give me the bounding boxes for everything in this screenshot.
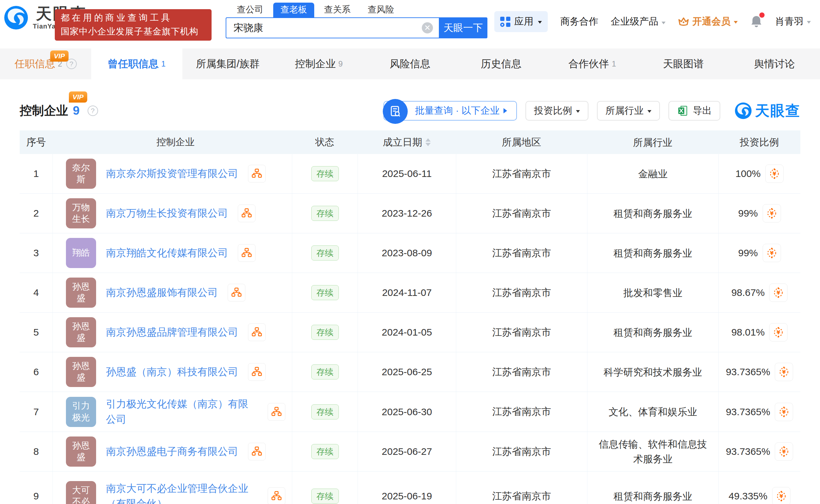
region: 江苏省南京市: [456, 233, 587, 273]
profile-tab[interactable]: 所属集团/族群: [182, 48, 274, 79]
equity-structure-icon[interactable]: [248, 323, 266, 341]
profile-tab[interactable]: 历史信息: [456, 48, 547, 79]
company-link[interactable]: 南京翔皓文化传媒有限公司: [106, 245, 228, 261]
company-link[interactable]: 南京孙恩盛服饰有限公司: [106, 285, 218, 300]
svg-text:¥: ¥: [777, 329, 780, 336]
svg-text:¥: ¥: [782, 409, 786, 415]
investment-path-icon[interactable]: ¥: [769, 283, 788, 302]
profile-tab[interactable]: 舆情讨论: [729, 48, 820, 79]
company-avatar: 万物 生长: [66, 198, 96, 228]
profile-tab[interactable]: 控制企业 9: [273, 48, 364, 79]
search-button[interactable]: 天眼一下: [439, 17, 487, 38]
export-button[interactable]: 导出: [669, 101, 720, 121]
row-index: 5: [20, 313, 52, 352]
equity-structure-icon[interactable]: [248, 443, 266, 460]
company-cell: 翔皓 南京翔皓文化传媒有限公司: [52, 233, 292, 273]
company-link[interactable]: 南京奈尔斯投资管理有限公司: [106, 166, 238, 182]
investment-path-icon[interactable]: ¥: [763, 204, 781, 223]
investment-path-icon[interactable]: ¥: [775, 442, 793, 461]
investment-path-icon[interactable]: ¥: [763, 244, 781, 262]
profile-tab[interactable]: 风险信息: [364, 48, 456, 79]
chevron-down-icon: [734, 21, 738, 26]
ratio-value: 49.335%: [729, 491, 767, 502]
slogan-line1: 都在用的商业查询工具: [61, 11, 206, 25]
company-cell: 奈尔 斯 南京奈尔斯投资管理有限公司: [52, 154, 292, 193]
status-badge: 存续: [311, 285, 339, 300]
table-row: 6 孙恩 盛 孙恩盛（南京）科技有限公司 存续 2025-06-25 江苏省南京…: [20, 352, 800, 392]
equity-structure-icon[interactable]: [238, 244, 256, 262]
industry: 租赁和商务服务业: [587, 313, 718, 352]
equity-structure-icon[interactable]: [248, 363, 266, 381]
company-link[interactable]: 引力极光文化传媒（南京）有限公司: [106, 397, 258, 427]
ratio-value: 93.7365%: [726, 366, 770, 378]
table-row: 8 孙恩 盛 南京孙恩盛电子商务有限公司 存续 2025-06-27 江苏省南京…: [20, 432, 800, 472]
chevron-down-icon: [648, 110, 652, 115]
search-input[interactable]: [226, 17, 439, 38]
enterprise-products-link[interactable]: 企业级产品: [611, 15, 666, 28]
clear-search-icon[interactable]: ✕: [422, 22, 433, 33]
company-avatar: 大可 不必: [66, 481, 96, 504]
slogan-line2: 国家中小企业发展子基金旗下机构: [61, 25, 206, 39]
profile-tab[interactable]: 曾任职信息 1: [91, 48, 182, 79]
company-link[interactable]: 南京万物生长投资有限公司: [106, 206, 228, 221]
row-index: 4: [20, 273, 52, 312]
chevron-down-icon: [662, 22, 666, 26]
search-type-tab[interactable]: 查风险: [361, 3, 401, 17]
company-link[interactable]: 南京大可不必企业管理合伙企业（有限合伙）: [106, 481, 258, 504]
founded-date: 2024-01-05: [358, 313, 456, 352]
investment-path-icon[interactable]: ¥: [772, 487, 791, 504]
open-vip-link[interactable]: 开通会员: [678, 15, 738, 28]
company-cell: 引力 极光 引力极光文化传媒（南京）有限公司: [52, 392, 292, 432]
investment-path-icon[interactable]: ¥: [765, 165, 784, 183]
company-avatar: 引力 极光: [66, 397, 96, 427]
industry: 租赁和商务服务业: [587, 194, 718, 233]
batch-query-button[interactable]: 批量查询 · 以下企业: [383, 101, 517, 121]
ratio-filter-dropdown[interactable]: 投资比例: [525, 101, 588, 121]
investment-path-icon[interactable]: ¥: [775, 363, 793, 381]
help-icon[interactable]: ?: [88, 106, 98, 116]
notifications-bell-icon[interactable]: [750, 15, 763, 28]
ratio-value: 93.7365%: [726, 446, 770, 457]
company-avatar: 孙恩 盛: [66, 357, 96, 387]
company-link[interactable]: 孙恩盛（南京）科技有限公司: [106, 364, 238, 380]
user-menu[interactable]: 肖青羽: [775, 15, 811, 28]
search-type-tab[interactable]: 查老板: [273, 3, 314, 17]
founded-date: 2023-12-26: [358, 194, 456, 233]
equity-structure-icon[interactable]: [238, 204, 256, 222]
founded-date: 2025-06-25: [358, 352, 456, 392]
profile-tab[interactable]: 合作伙伴 1: [547, 48, 638, 79]
header-right-nav: 应用 商务合作 企业级产品 开通会员 肖青羽: [494, 11, 811, 32]
search-type-tab[interactable]: 查公司: [230, 3, 271, 17]
search-type-tab[interactable]: 查关系: [317, 3, 358, 17]
equity-structure-icon[interactable]: [228, 284, 245, 301]
company-avatar: 翔皓: [66, 238, 96, 268]
header-company: 控制企业: [52, 131, 292, 153]
vip-badge: VIP: [69, 91, 87, 103]
company-link[interactable]: 南京孙恩盛电子商务有限公司: [106, 444, 238, 459]
region: 江苏省南京市: [456, 472, 587, 504]
caret-right-icon: [503, 108, 510, 113]
industry-filter-dropdown[interactable]: 所属行业: [597, 101, 660, 121]
status-badge: 存续: [311, 444, 339, 459]
svg-text:¥: ¥: [782, 369, 786, 375]
company-link[interactable]: 南京孙恩盛品牌管理有限公司: [106, 325, 238, 340]
founded-date: 2024-11-07: [358, 273, 456, 312]
investment-path-icon[interactable]: ¥: [769, 323, 788, 341]
founded-date: 2023-08-09: [358, 233, 456, 273]
business-coop-link[interactable]: 商务合作: [560, 15, 598, 28]
table-toolbar: 批量查询 · 以下企业 投资比例 所属行业 导出 天眼查: [383, 101, 800, 121]
date-sort-control[interactable]: [425, 138, 431, 146]
svg-text:¥: ¥: [777, 290, 780, 296]
equity-structure-icon[interactable]: [248, 165, 266, 183]
equity-structure-icon[interactable]: [268, 487, 285, 504]
investment-path-icon[interactable]: ¥: [775, 403, 793, 421]
apps-menu[interactable]: 应用: [494, 11, 548, 32]
equity-structure-icon[interactable]: [268, 403, 285, 421]
company-cell: 孙恩 盛 孙恩盛（南京）科技有限公司: [52, 352, 292, 392]
search-area: 查公司 查老板 查关系 查风险 ✕ 天眼一下: [226, 3, 487, 38]
profile-tab[interactable]: 天眼图谱: [638, 48, 729, 79]
table-row: 5 孙恩 盛 南京孙恩盛品牌管理有限公司 存续 2024-01-05 江苏省南京…: [20, 313, 800, 352]
profile-tab[interactable]: VIP 任职信息 2 ?: [0, 48, 91, 79]
company-avatar: 奈尔 斯: [66, 159, 96, 189]
ratio-value: 99%: [738, 208, 758, 219]
